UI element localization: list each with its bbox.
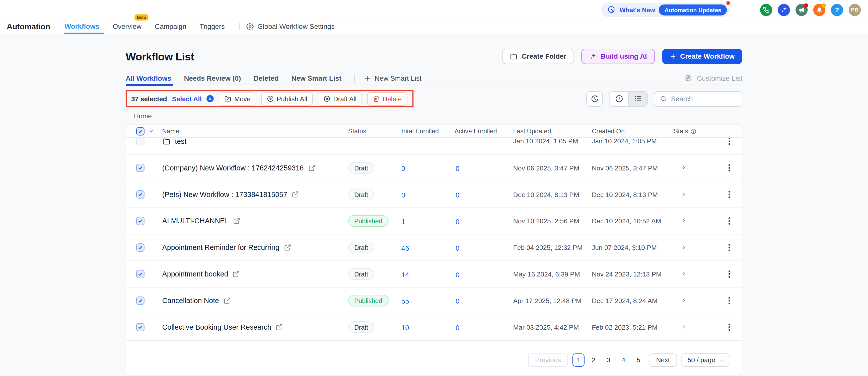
row-checkbox[interactable] <box>136 190 145 199</box>
help-button[interactable]: ? <box>831 3 843 16</box>
row-checkbox[interactable] <box>136 164 145 172</box>
tab-all-workflows[interactable]: All Workflows <box>126 72 171 85</box>
total-enrolled-link[interactable]: 46 <box>400 244 409 252</box>
stats-expand-icon[interactable] <box>680 270 687 277</box>
column-header-stats[interactable]: Stats <box>674 128 688 134</box>
nav-item-workflows[interactable]: Workflows <box>64 19 99 34</box>
row-checkbox[interactable] <box>136 297 145 305</box>
stats-expand-icon[interactable] <box>680 164 687 170</box>
create-folder-button[interactable]: Create Folder <box>502 48 574 64</box>
table-row[interactable]: (Pets) New Workflow : 1733841815057 Draf… <box>126 181 742 208</box>
workflow-name[interactable]: Appointment Reminder for Recurring <box>162 243 279 252</box>
table-row[interactable]: Appointment Reminder for Recurring Draft… <box>126 235 742 261</box>
tab-deleted[interactable]: Deleted <box>254 72 279 85</box>
notifications-button[interactable] <box>813 3 826 16</box>
column-header-status[interactable]: Status <box>348 128 400 134</box>
column-header-created-on[interactable]: Created On <box>592 128 674 134</box>
list-view-toggle[interactable] <box>628 92 647 106</box>
workflow-name[interactable]: (Pets) New Workflow : 1733841815057 <box>162 190 287 199</box>
delete-button[interactable]: Delete <box>367 92 407 105</box>
table-row[interactable]: Collective Booking User Research Draft 1… <box>126 314 742 341</box>
nav-item-triggers[interactable]: Triggers <box>200 19 225 34</box>
page-size-select[interactable]: 50 / page <box>681 353 730 367</box>
total-enrolled-link[interactable]: 10 <box>400 324 409 332</box>
table-row[interactable]: test Jan 10 2024, 1:05 PM Jan 10 2024, 1… <box>126 138 742 155</box>
total-enrolled-link[interactable]: 14 <box>400 271 409 278</box>
workflow-name[interactable]: Collective Booking User Research <box>162 323 272 331</box>
workflow-name[interactable]: Cancellation Note <box>162 297 219 305</box>
whats-new-pill[interactable]: What's New Automation Updates <box>601 2 729 17</box>
workflow-name[interactable]: Appointment booked <box>162 270 228 278</box>
build-using-ai-button[interactable]: Build using AI <box>581 48 655 64</box>
external-link-icon[interactable] <box>284 244 291 251</box>
workflow-name[interactable]: (Company) New Workflow : 1762424259316 <box>162 164 304 172</box>
table-row[interactable]: Appointment booked Draft 14 0 May 16 202… <box>126 261 742 288</box>
phone-button[interactable] <box>760 3 772 16</box>
stats-expand-icon[interactable] <box>680 297 687 303</box>
external-link-icon[interactable] <box>276 323 283 331</box>
total-enrolled-link[interactable]: 1 <box>400 217 405 225</box>
create-workflow-button[interactable]: Create Workflow <box>662 48 742 64</box>
row-menu-icon[interactable] <box>726 295 732 307</box>
row-menu-icon[interactable] <box>726 215 732 227</box>
user-avatar[interactable]: PD <box>849 3 861 16</box>
draft-all-button[interactable]: Draft All <box>318 92 362 105</box>
nav-item-campaign[interactable]: Campaign <box>155 19 186 34</box>
row-checkbox[interactable] <box>136 138 145 145</box>
row-menu-icon[interactable] <box>726 162 732 174</box>
stats-expand-icon[interactable] <box>680 323 687 330</box>
row-menu-icon[interactable] <box>726 268 732 280</box>
external-link-icon[interactable] <box>232 270 240 278</box>
ai-assistant-button[interactable] <box>778 3 790 16</box>
previous-page-button[interactable]: Previous <box>528 353 568 367</box>
row-checkbox[interactable] <box>136 270 145 278</box>
column-header-last-updated[interactable]: Last Updated <box>513 128 592 134</box>
row-menu-icon[interactable] <box>726 321 732 333</box>
page-number-4[interactable]: 4 <box>617 353 630 367</box>
row-menu-icon[interactable] <box>726 242 732 253</box>
active-enrolled-link[interactable]: 0 <box>455 324 460 332</box>
total-enrolled-link[interactable]: 55 <box>400 297 409 305</box>
automation-updates-badge[interactable]: Automation Updates <box>659 4 727 15</box>
column-header-name[interactable]: Name <box>162 128 348 134</box>
search-input[interactable] <box>671 95 736 103</box>
timeline-view-toggle[interactable] <box>609 92 628 106</box>
page-number-2[interactable]: 2 <box>588 353 600 367</box>
row-checkbox[interactable] <box>136 243 145 252</box>
active-enrolled-link[interactable]: 0 <box>455 191 460 199</box>
select-all-link[interactable]: Select All <box>172 95 202 103</box>
total-enrolled-link[interactable] <box>400 138 401 145</box>
nav-item-overview[interactable]: Overview Beta <box>113 19 142 34</box>
active-enrolled-link[interactable]: 0 <box>455 271 460 278</box>
breadcrumb[interactable]: Home <box>126 112 742 121</box>
total-enrolled-link[interactable]: 0 <box>400 191 405 199</box>
row-checkbox[interactable] <box>136 323 145 331</box>
active-enrolled-link[interactable]: 0 <box>455 244 460 252</box>
active-enrolled-link[interactable]: 0 <box>455 297 460 305</box>
next-page-button[interactable]: Next <box>649 353 677 367</box>
active-enrolled-link[interactable] <box>455 138 456 145</box>
stats-expand-icon[interactable] <box>680 217 687 224</box>
stats-expand-icon[interactable] <box>680 191 687 197</box>
move-button[interactable]: Move <box>219 92 256 105</box>
table-row[interactable]: (Company) New Workflow : 1762424259316 D… <box>126 155 742 181</box>
external-link-icon[interactable] <box>233 217 241 225</box>
external-link-icon[interactable] <box>292 191 299 198</box>
total-enrolled-link[interactable]: 0 <box>400 165 405 172</box>
stats-expand-icon[interactable] <box>680 244 687 250</box>
clear-selection-icon[interactable] <box>207 95 214 103</box>
tab-new-smart-list[interactable]: New Smart List <box>291 72 341 85</box>
row-menu-icon[interactable] <box>726 189 732 200</box>
active-enrolled-link[interactable]: 0 <box>455 165 460 172</box>
row-checkbox[interactable] <box>136 217 145 225</box>
external-link-icon[interactable] <box>223 297 231 304</box>
customize-list-button[interactable]: Customize List <box>685 74 742 82</box>
external-link-icon[interactable] <box>308 164 315 171</box>
history-button[interactable] <box>586 91 603 106</box>
select-all-checkbox[interactable] <box>136 127 145 135</box>
row-menu-icon[interactable] <box>726 138 732 147</box>
workflow-name[interactable]: AI MULTI-CHANNEL <box>162 217 229 225</box>
page-number-5[interactable]: 5 <box>632 353 645 367</box>
selection-menu-chevron-icon[interactable] <box>148 128 154 134</box>
column-header-total-enrolled[interactable]: Total Enrolled <box>400 128 454 134</box>
